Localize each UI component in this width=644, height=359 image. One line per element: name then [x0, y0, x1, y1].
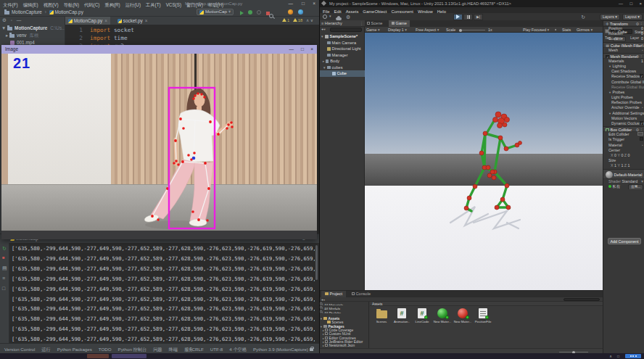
project-locate-icon[interactable]: ◦ [11, 17, 12, 22]
statusbar-python-console[interactable]: Python 控制台 [118, 347, 147, 352]
size-values-row[interactable]: X 1 Y 1 Z 1 [603, 163, 644, 168]
services-gear-icon[interactable]: ⚙ [346, 15, 350, 20]
dynamic-occlusion-row[interactable]: Dynamic Occlusion✓ [603, 121, 644, 126]
tree-root[interactable]: ▼ MotionCaptureC:\Us.. [0, 25, 65, 32]
game-mode-dropdown[interactable]: Game ▾ [366, 28, 380, 33]
statusbar-terminal[interactable]: 终端 [169, 347, 178, 352]
taskbar-app-thumbnail[interactable] [112, 354, 146, 358]
image-close-button[interactable]: × [310, 47, 313, 52]
menu-file[interactable]: 文件(F) [3, 2, 18, 8]
breadcrumb-project[interactable]: MotionCapture [12, 9, 42, 15]
unity-maximize-button[interactable]: □ [629, 1, 632, 6]
statusbar-todo[interactable]: TODO [99, 347, 112, 352]
additional-settings-foldout[interactable]: ▼ Additional Settings [603, 111, 644, 116]
transform-position-row[interactable]: Position0 [603, 26, 644, 31]
statusbar-run[interactable]: 运行 [41, 347, 50, 352]
step-button[interactable]: ▶| [474, 14, 483, 20]
hierarchy-item-body[interactable]: ▸ Body [320, 58, 365, 65]
pycharm-close-button[interactable]: × [313, 1, 315, 7]
receive-shadows-row[interactable]: Receive Shadows✓ [603, 74, 644, 79]
menu-view[interactable]: 视图(V) [44, 2, 59, 8]
image-minimize-button[interactable]: — [289, 47, 294, 52]
tree-item-venv[interactable]: ▸ venv库根 [0, 32, 65, 39]
transform-scale-row[interactable]: Scale0 [603, 36, 644, 41]
display-dropdown[interactable]: Display 1 ▾ [388, 28, 407, 33]
menu-vcs[interactable]: VCS(S) [166, 2, 181, 8]
light-probes-row[interactable]: Light Probes [603, 95, 644, 100]
taskbar-app-thumbnail[interactable] [87, 354, 109, 358]
profile-avatar[interactable] [298, 9, 303, 15]
hierarchy-search-input[interactable] [330, 28, 362, 32]
play-button[interactable] [453, 14, 463, 20]
material-preview-header[interactable]: Default-Material⋮ [603, 169, 644, 179]
account-chevron-icon[interactable]: ▾ [329, 15, 331, 18]
center-values-row[interactable]: X 0 Y 0 Z 0 [603, 153, 644, 158]
stats-button[interactable]: Stats [562, 28, 571, 33]
asset-linecode-script[interactable]: #LineCode [413, 308, 432, 323]
hierarchy-item-main-camera[interactable]: Main Camera [320, 40, 365, 46]
gizmos-dropdown[interactable]: Gizmos ▾ [577, 28, 593, 33]
breadcrumb-file[interactable]: MotionCap.py [54, 9, 83, 15]
menu-run[interactable]: 运行(U) [125, 2, 141, 8]
image-window-titlebar[interactable]: Image — □ × [1, 45, 317, 54]
materials-row[interactable]: Materials1 [603, 59, 644, 64]
project-options-icon[interactable]: ⚙ [2, 17, 7, 22]
statusbar-problems[interactable]: 问题 [153, 347, 162, 352]
game-view[interactable] [365, 33, 603, 290]
statusbar-encoding[interactable]: UTF-8 [210, 347, 223, 352]
menu-navigate[interactable]: 导航(N) [64, 2, 79, 8]
tray-icon[interactable]: □ [617, 354, 619, 359]
inspections-widget[interactable]: 1 18 ∧ ∨ [282, 18, 313, 24]
hierarchy-kebab-icon[interactable]: ⋮ [360, 21, 363, 26]
asset-material-red[interactable]: New Mater... [453, 308, 472, 323]
stop-icon[interactable]: ■ [2, 255, 5, 261]
menu-code[interactable]: 代码(C) [84, 2, 99, 8]
asset-animation-script[interactable]: #Animation.. [392, 308, 411, 323]
tray-icon[interactable]: ∧ [609, 354, 612, 359]
asset-scenes-folder[interactable]: Scenes [372, 308, 391, 323]
undo-history-icon[interactable]: ↻ [581, 15, 585, 20]
settings-sync-icon[interactable] [288, 9, 293, 15]
statusbar-interpreter[interactable]: Python 3.9 (MotionCapture) [253, 347, 308, 352]
prev-error-icon[interactable]: ∧ [306, 18, 309, 22]
lock-icon[interactable] [310, 348, 313, 351]
statusbar-python-packages[interactable]: Python Packages [57, 347, 92, 352]
account-icon[interactable] [323, 15, 327, 19]
unity-close-button[interactable]: × [639, 1, 642, 6]
is-trigger-row[interactable]: Is Trigger [603, 137, 644, 142]
anchor-override-row[interactable]: Anchor Override◦ [603, 105, 644, 110]
console-clear-icon[interactable]: □ [2, 286, 5, 291]
hierarchy-header[interactable]: ≡ Hierarchy ⋮ [320, 20, 365, 27]
audio-mute-icon[interactable] [555, 28, 558, 31]
run-button[interactable] [240, 10, 244, 17]
hierarchy-item-cubes[interactable]: ▼ cubes [320, 65, 365, 71]
assets-breadcrumb[interactable]: Assets [372, 302, 382, 307]
tab-motioncap[interactable]: MotionCap.py× [65, 17, 110, 25]
hierarchy-item-directional-light[interactable]: Directional Light [320, 46, 365, 52]
statusbar-line-ending[interactable]: CRLF [192, 347, 204, 352]
unity-minimize-button[interactable]: — [619, 1, 623, 6]
tab-scene[interactable]: Scene [367, 21, 382, 26]
asset-zoom-slider[interactable] [559, 352, 588, 352]
menu-refactor[interactable]: 重构(R) [104, 2, 120, 8]
lighting-foldout[interactable]: ▼ Lighting [603, 64, 644, 69]
scale-slider[interactable] [459, 30, 485, 30]
project-search-input[interactable] [564, 298, 600, 301]
ime-icon[interactable] [625, 354, 641, 358]
project-collapse-icon[interactable]: — [17, 17, 22, 22]
console-output[interactable]: ['635,580,-299,644,590,-277,649,590,-277… [12, 244, 315, 343]
boxcollider-component-header[interactable]: Box Collider⚙⋮ [603, 126, 644, 132]
hierarchy-create-button[interactable]: +▾ [321, 27, 326, 33]
add-component-button[interactable]: Add Component [608, 238, 641, 244]
statusbar-indent[interactable]: 4 个空格 [229, 347, 247, 352]
transform-rotation-row[interactable]: Rotation0 [603, 31, 644, 36]
probes-foldout[interactable]: ▼ Probes [603, 90, 644, 95]
next-error-icon[interactable]: ∨ [310, 18, 313, 22]
layers-dropdown[interactable]: Layers ▾ [600, 14, 620, 20]
tab-game[interactable]: Game [389, 20, 410, 27]
motion-vectors-row[interactable]: Motion Vectors [603, 116, 644, 121]
asset-bundle-row[interactable]: 私有应用... [603, 184, 644, 189]
tab-console[interactable]: Console [352, 292, 371, 297]
reflection-probes-row[interactable]: Reflection Probes [603, 100, 644, 105]
console-list-icon[interactable]: ▤ [2, 265, 7, 271]
